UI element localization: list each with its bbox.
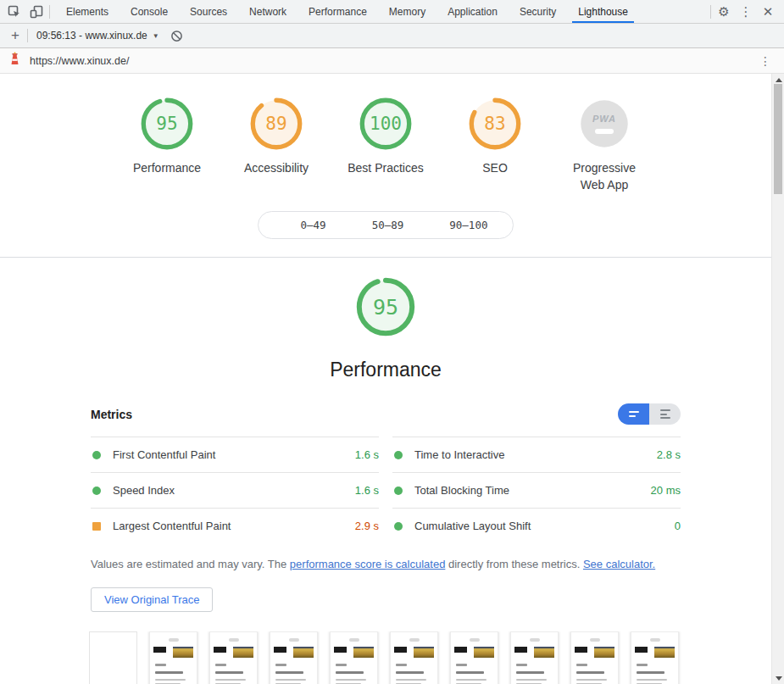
category-score-gauge[interactable]: 83 SEO <box>454 97 536 193</box>
devtools-tab[interactable]: Network <box>238 0 297 23</box>
new-report-button[interactable]: + <box>5 27 25 44</box>
filmstrip-thumbnail <box>510 631 559 684</box>
page-logo-thumb <box>274 647 286 653</box>
disclaimer-text: directly from these metrics. <box>445 558 583 570</box>
report-selector-label: 09:56:13 - www.xinux.de <box>36 30 147 42</box>
close-devtools-icon[interactable]: ✕ <box>757 2 779 22</box>
view-original-trace-button[interactable]: View Original Trace <box>91 587 213 612</box>
pwa-logo: PWA <box>592 114 616 124</box>
metric-row: First Contentful Paint 1.6 s <box>91 437 379 472</box>
devtools-tab[interactable]: Console <box>120 0 179 23</box>
legend-shape-icon <box>355 220 364 230</box>
category-score-gauge[interactable]: 89 Accessibility <box>236 97 317 193</box>
metrics-grid: First Contentful Paint 1.6 s Time to Int… <box>91 437 681 543</box>
score-label: Performance <box>133 160 201 177</box>
metric-value: 1.6 s <box>355 448 379 461</box>
score-calculation-link[interactable]: performance score is calculated <box>290 558 446 570</box>
tab-label: Network <box>249 6 286 18</box>
score-value: 89 <box>249 97 303 151</box>
performance-category-gauge[interactable]: 95 <box>355 276 416 337</box>
pwa-badge: PWA <box>577 97 631 151</box>
more-options-icon[interactable]: ⋮ <box>735 2 757 22</box>
lighthouse-report: 95 Performance 89 <box>0 74 784 684</box>
metric-value: 0 <box>675 520 681 532</box>
page-logo-thumb <box>153 647 166 653</box>
score-value: 83 <box>468 97 522 151</box>
filmstrip-thumbnail <box>89 631 137 684</box>
devtools-tab[interactable]: Security <box>509 0 567 23</box>
category-score-value: 95 <box>355 276 416 337</box>
filmstrip-thumbnail <box>149 631 197 684</box>
legend-item: 90–100 <box>432 219 487 231</box>
condensed-list-icon <box>629 411 639 417</box>
metric-row: Speed Index 1.6 s <box>91 472 379 508</box>
devtools-tab[interactable]: Performance <box>297 0 378 23</box>
scrollbar-thumb[interactable] <box>774 84 782 194</box>
tab-label: Memory <box>389 6 425 18</box>
metrics-collapsed-view-button[interactable] <box>618 403 649 425</box>
report-url-row: https://www.xinux.de/ ⋮ <box>0 48 784 74</box>
devtools-tab[interactable]: Application <box>436 0 509 23</box>
category-score-gauge[interactable]: 100 Best Practices <box>345 97 426 193</box>
divider <box>710 5 711 19</box>
clear-reports-icon[interactable] <box>166 25 188 46</box>
category-title: Performance <box>330 359 442 381</box>
category-score-gauge[interactable]: PWA Progressive Web App <box>564 97 645 193</box>
pwa-dash-icon <box>595 129 614 134</box>
category-score-gauge[interactable]: 95 Performance <box>126 97 208 193</box>
devtools-tab[interactable]: Lighthouse <box>567 0 639 23</box>
devtools-tab[interactable]: Elements <box>55 0 120 23</box>
report-scrollbar[interactable] <box>771 74 784 684</box>
tab-label: Console <box>131 6 168 18</box>
page-photo-thumb <box>293 647 314 658</box>
legend-range: 50–89 <box>372 219 404 231</box>
metric-label: Speed Index <box>113 484 355 497</box>
inspect-element-icon[interactable] <box>3 2 25 22</box>
devtools-tab[interactable]: Memory <box>378 0 436 23</box>
see-calculator-link[interactable]: See calculator. <box>583 558 655 570</box>
metrics-section: Metrics First Contentful Paint 1.6 s <box>91 403 681 543</box>
metric-label: First Contentful Paint <box>113 448 355 461</box>
chevron-down-icon: ▼ <box>153 32 159 40</box>
tab-label: Application <box>448 6 498 18</box>
report-menu-icon[interactable]: ⋮ <box>755 54 776 68</box>
metric-status-icon <box>92 451 101 459</box>
filmstrip-thumbnail <box>631 631 679 684</box>
devtools-tab[interactable]: Sources <box>179 0 238 23</box>
lighthouse-toolbar: + 09:56:13 - www.xinux.de ▼ <box>0 24 784 48</box>
page-photo-thumb <box>474 647 494 658</box>
devtools-tabbar: Elements Console Sources Network Perform… <box>0 0 784 24</box>
metric-value: 1.6 s <box>355 484 379 497</box>
metric-status-icon <box>394 522 403 531</box>
metrics-heading: Metrics <box>91 408 132 421</box>
legend-range: 0–49 <box>301 219 326 231</box>
settings-gear-icon[interactable]: ⚙ <box>713 2 735 22</box>
legend-item: 50–89 <box>355 219 404 231</box>
report-selector[interactable]: 09:56:13 - www.xinux.de ▼ <box>30 30 166 42</box>
legend-range: 90–100 <box>449 219 487 231</box>
filmstrip-thumbnail <box>450 631 498 684</box>
page-logo-thumb <box>454 647 467 653</box>
page-logo-thumb <box>394 647 407 653</box>
tab-label: Lighthouse <box>578 6 628 18</box>
metrics-expanded-view-button[interactable] <box>649 403 681 425</box>
device-toolbar-icon[interactable] <box>25 2 47 22</box>
page-logo-thumb <box>214 647 226 653</box>
metric-label: Total Blocking Time <box>414 484 651 497</box>
metric-label: Time to Interactive <box>414 448 657 461</box>
metric-label: Largest Contentful Paint <box>113 520 355 532</box>
metric-label: Cumulative Layout Shift <box>414 520 675 532</box>
page-photo-thumb <box>353 647 374 658</box>
metric-status-icon <box>92 522 101 531</box>
page-photo-thumb <box>233 647 253 658</box>
full-list-icon <box>660 409 670 419</box>
scrollbar-down-arrow[interactable] <box>772 672 784 684</box>
score-label: Progressive Web App <box>564 160 645 193</box>
score-label: Accessibility <box>244 160 309 177</box>
page-photo-thumb <box>594 647 614 658</box>
score-label: Best Practices <box>348 160 423 177</box>
metrics-view-toggle <box>618 403 681 425</box>
metric-row: Largest Contentful Paint 2.9 s <box>91 508 379 543</box>
metrics-disclaimer: Values are estimated and may vary. The p… <box>91 558 681 570</box>
metric-value: 20 ms <box>651 484 681 497</box>
